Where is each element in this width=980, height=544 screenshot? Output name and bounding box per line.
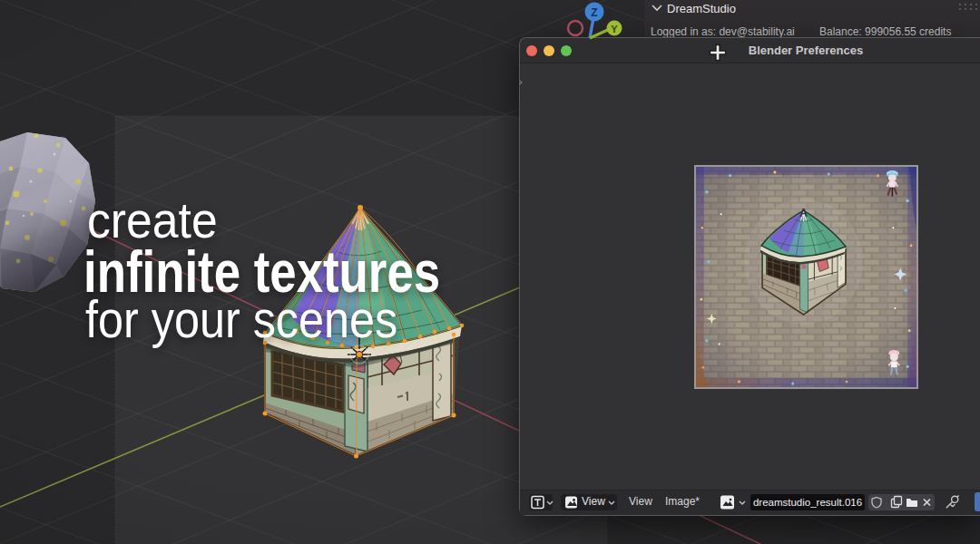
svg-text:A: A	[799, 207, 808, 219]
svg-text:Y: Y	[611, 24, 618, 34]
svg-text:Z: Z	[591, 6, 597, 19]
